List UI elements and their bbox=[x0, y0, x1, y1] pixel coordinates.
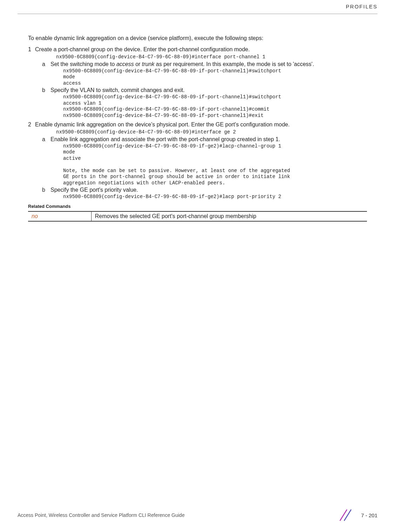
substep-letter: b bbox=[42, 187, 51, 193]
substep-1a: a Set the switching mode to access or tr… bbox=[42, 61, 367, 67]
page-number: 7 - 201 bbox=[361, 512, 377, 518]
code-block: nx9500-6C8809(config-device-B4-C7-99-6C-… bbox=[56, 129, 367, 136]
related-command-link[interactable]: no bbox=[28, 211, 91, 221]
substep-letter: a bbox=[42, 136, 51, 143]
substep-text: Specify the GE port's priority value. bbox=[51, 187, 367, 193]
related-command-desc: Removes the selected GE port's port-chan… bbox=[91, 211, 367, 221]
step-text: Enable dynamic link aggregation on the d… bbox=[35, 121, 367, 128]
code-block: nx9500-6C8809(config-device-B4-C7-99-6C-… bbox=[63, 94, 367, 119]
substep-letter: b bbox=[42, 87, 51, 93]
substep-text-part: as per requirement. In this example, the… bbox=[154, 61, 314, 67]
intro-paragraph: To enable dynamic link aggregation on a … bbox=[28, 35, 367, 41]
code-block: nx9500-6C8809(config-device-B4-C7-99-6C-… bbox=[63, 68, 367, 87]
substep-1b: b Specify the VLAN to switch, commit cha… bbox=[42, 87, 367, 93]
related-commands-table: no Removes the selected GE port's port-c… bbox=[28, 211, 367, 222]
substep-text-part: Set the switching mode to bbox=[51, 61, 116, 67]
substep-text-part: or bbox=[134, 61, 142, 67]
page-footer: Access Point, Wireless Controller and Se… bbox=[18, 509, 377, 521]
footer-slash-icon bbox=[337, 509, 358, 521]
step-number: 1 bbox=[28, 46, 35, 53]
italic-trunk: trunk bbox=[142, 61, 155, 67]
code-block: nx9500-6C8809(config-device-B4-C7-99-6C-… bbox=[63, 194, 367, 200]
step-1: 1 Create a port-channel group on the dev… bbox=[28, 46, 367, 53]
table-row: no Removes the selected GE port's port-c… bbox=[28, 211, 367, 221]
svg-line-0 bbox=[340, 510, 347, 521]
footer-right: 7 - 201 bbox=[337, 509, 377, 521]
substep-text: Set the switching mode to access or trun… bbox=[51, 61, 367, 67]
substep-2a: a Enable link aggregation and associate … bbox=[42, 136, 367, 143]
step-2: 2 Enable dynamic link aggregation on the… bbox=[28, 121, 367, 128]
related-commands-heading: Related Commands bbox=[28, 204, 367, 209]
italic-access: access bbox=[116, 61, 134, 67]
substep-2b: b Specify the GE port's priority value. bbox=[42, 187, 367, 193]
step-number: 2 bbox=[28, 121, 35, 128]
footer-guide-title: Access Point, Wireless Controller and Se… bbox=[18, 512, 185, 518]
step-text: Create a port-channel group on the devic… bbox=[35, 46, 367, 53]
svg-line-1 bbox=[344, 510, 351, 521]
substep-text: Specify the VLAN to switch, commit chang… bbox=[51, 87, 367, 93]
code-block: nx9500-6C8809(config-device-B4-C7-99-6C-… bbox=[56, 54, 367, 60]
substep-letter: a bbox=[42, 61, 51, 67]
page-content: To enable dynamic link aggregation on a … bbox=[18, 14, 377, 222]
chapter-header: PROFILES bbox=[18, 4, 377, 11]
substep-text: Enable link aggregation and associate th… bbox=[51, 136, 367, 143]
code-block: nx9500-6C8809(config-device-B4-C7-99-6C-… bbox=[63, 143, 367, 186]
